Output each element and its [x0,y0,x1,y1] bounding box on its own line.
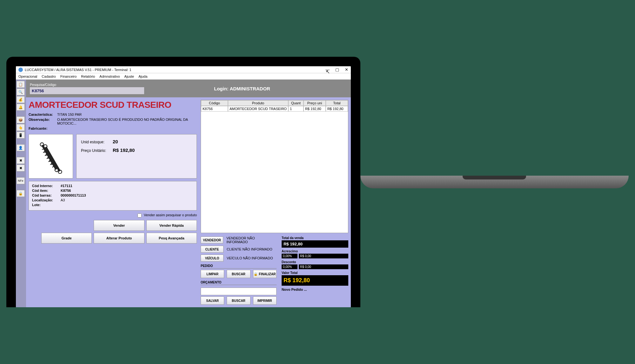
col-preco-uni[interactable]: Preço uni [304,100,326,106]
sidebar-icon-2[interactable]: 💰 [17,96,25,103]
window-title: LUCCARSYSTEM / ALRA SISTEMAS V.51 - PREM… [25,68,325,72]
desconto-val[interactable]: R$ 0,00 [299,264,348,269]
sidebar-icon-9[interactable]: ✖ [17,165,25,172]
buscar-pedido-button[interactable]: BUSCAR [227,270,250,278]
vendedor-text: VENDEDOR NÃO INFORMADO [226,236,277,244]
menu-ajuste[interactable]: Ajuste [124,75,134,78]
col-quant[interactable]: Quant [288,100,304,106]
cod-interno-label: Cód Interno: [32,184,61,188]
svg-rect-3 [45,146,61,172]
cell-codigo: K8756 [201,106,228,112]
close-button[interactable]: ✕ [345,67,348,72]
menu-operacional[interactable]: Operacional [18,75,37,78]
vender-assim-checkbox[interactable] [137,213,142,218]
cod-interno-value: #17111 [61,184,193,188]
alterar-produto-button[interactable]: Alterar Produto [94,233,144,244]
menubar: Operacional Cadastro Financeiro Relatóri… [16,73,351,80]
cell-quant: 1 [288,106,304,112]
pedido-label: PEDIDO [201,264,277,269]
veiculo-text: VEÍCULO NÃO INFORMADO [227,256,273,260]
novo-pedido-link[interactable]: Novo Pedido ... [282,288,348,291]
sidebar-icon-5[interactable]: 👆 [17,124,25,131]
minimize-button[interactable]: — [325,67,330,72]
fabricante-label: Fabricante: [29,127,57,130]
desconto-label: Desconto [282,260,348,264]
vendedor-button[interactable]: VENDEDOR [201,237,223,244]
valor-total-label: Valor Total [282,271,348,275]
limpar-button[interactable]: LIMPAR [201,270,224,278]
valor-total-value: R$ 192,80 [282,275,348,286]
grid-row[interactable]: K8756 AMORTECEDOR SCUD TRASEIRO 1 R$ 192… [201,106,348,112]
search-label: Pesquisa/Código [30,83,144,87]
sidebar-icon-3[interactable]: 🔔 [17,104,25,111]
lock-icon: 🔒 [254,272,257,276]
caracteristica-value: TITAN 150 PAR [57,113,197,116]
sidebar-icon-7[interactable]: 👤 [17,144,25,151]
finalizar-button[interactable]: 🔒FINALIZAR [253,270,277,278]
acrescimo-pct[interactable]: 0,00% [282,254,297,258]
vender-rapida-button[interactable]: Vender Rápida [146,220,197,231]
preco-value: R$ 192,80 [113,147,135,153]
lote-label: Lote: [32,203,61,207]
total-venda-value: R$ 192,80 [282,240,348,248]
sidebar-icon-0[interactable]: 📋 [17,81,25,88]
product-image [29,134,73,179]
items-grid: Código Produto Quant Preço uni Total K87… [201,100,348,233]
acrescimo-label: Acrescimo [282,250,348,253]
veiculo-button[interactable]: VEÍCULO [201,255,224,262]
cell-produto: AMORTECEDOR SCUD TRASEIRO [228,106,288,112]
fabricante-value [57,127,197,130]
cliente-button[interactable]: CLIENTE [201,246,224,253]
unid-estoque-value: 20 [113,139,118,144]
imprimir-button[interactable]: IMPRIMIR [253,296,277,305]
col-produto[interactable]: Produto [228,100,288,106]
vender-assim-label: Vender assim pesquisar o produto [144,213,197,217]
buscar-orcamento-button[interactable]: BUSCAR [227,296,250,305]
sidebar-icon-nfe[interactable]: NFe [17,177,25,184]
login-label: Login: ADMINISTRADOR [214,86,270,91]
search-input[interactable] [30,87,144,94]
preco-label: Preço Unitário: [81,148,113,153]
sidebar-icon-1[interactable]: 🔍 [17,88,25,95]
sidebar-icon-4[interactable]: 📦 [17,116,25,123]
sidebar: 📋 🔍 💰 🔔 📦 👆 📱 👤 ✖ ✖ NFe 🔒 [16,80,26,307]
cliente-text: CLIENTE NÃO INFORMADO [227,247,272,251]
menu-financeiro[interactable]: Financeiro [60,75,77,78]
sidebar-icon-8[interactable]: ✖ [17,157,25,164]
cell-total: R$ 192,80 [326,106,348,112]
shock-absorber-icon [33,139,68,174]
col-total[interactable]: Total [326,100,348,106]
vender-button[interactable]: Vender [94,220,144,231]
desconto-pct[interactable]: 0,00% [282,264,297,269]
observacao-label: Observação: [29,118,57,125]
topbar: Pesquisa/Código Login: ADMINISTRADOR [26,80,351,97]
sidebar-icon-lock[interactable]: 🔒 [17,190,25,197]
menu-admnstrativo[interactable]: Admnstrativo [99,75,120,78]
pesq-avancada-button[interactable]: Pesq Avançada [146,233,197,244]
col-codigo[interactable]: Código [201,100,228,106]
acrescimo-val[interactable]: R$ 0,00 [299,254,348,258]
observacao-value: O AMORTECEDOR TRASEIRO SCUD É PRODUZIDO … [57,118,197,125]
lote-value [61,203,193,207]
salvar-button[interactable]: SALVAR [201,296,224,305]
total-venda-label: Total da venda [282,236,348,240]
app-icon [18,68,23,72]
orcamento-input[interactable] [201,288,277,295]
cod-barras-label: Cód barras: [32,193,61,197]
orcamento-label: ORÇAMENTO [201,281,277,285]
menu-cadastro[interactable]: Cadastro [42,75,56,78]
grade-button[interactable]: Grade [41,233,92,244]
cod-barras-value: 0000000171113 [61,193,193,197]
maximize-button[interactable]: ▢ [335,67,339,72]
localizacao-value: A3 [61,198,193,202]
cod-item-label: Cód item: [32,189,61,192]
sidebar-icon-6[interactable]: 📱 [17,132,25,139]
caracteristica-label: Característica: [29,113,57,116]
titlebar: LUCCARSYSTEM / ALRA SISTEMAS V.51 - PREM… [16,66,351,73]
menu-relatorio[interactable]: Relatório [81,75,95,78]
product-name: AMORTECEDOR SCUD TRASEIRO [29,100,197,110]
unid-estoque-label: Unid estoque: [81,140,113,144]
cod-item-value: K8756 [61,189,193,192]
localizacao-label: Localização: [32,198,61,202]
menu-ajuda[interactable]: Ajuda [138,75,147,78]
